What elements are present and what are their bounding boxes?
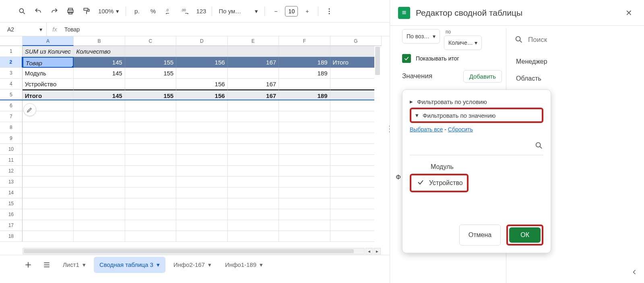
cell[interactable] bbox=[330, 166, 382, 177]
selection-handle[interactable] bbox=[71, 65, 74, 68]
search-icon[interactable] bbox=[535, 141, 543, 151]
cell[interactable] bbox=[176, 231, 227, 242]
cell[interactable]: 145 bbox=[74, 68, 125, 79]
cell[interactable] bbox=[74, 133, 125, 144]
cell[interactable] bbox=[228, 198, 279, 209]
cancel-button[interactable]: Отмена bbox=[459, 225, 501, 246]
undo-icon[interactable] bbox=[31, 4, 45, 19]
cell[interactable] bbox=[74, 177, 125, 187]
cell[interactable]: Количество bbox=[74, 46, 125, 57]
cell[interactable] bbox=[74, 122, 125, 133]
sheet-tab[interactable]: Сводная таблица 3▾ bbox=[94, 257, 165, 273]
cell[interactable] bbox=[125, 198, 176, 209]
cell[interactable] bbox=[176, 111, 227, 122]
cell[interactable] bbox=[330, 79, 382, 89]
reset-link[interactable]: Сбросить bbox=[448, 126, 473, 133]
row-header[interactable]: 18 bbox=[0, 231, 23, 242]
cell[interactable] bbox=[228, 155, 279, 166]
cell[interactable] bbox=[228, 46, 279, 57]
add-sheet-button[interactable] bbox=[20, 257, 36, 273]
cell[interactable] bbox=[23, 231, 74, 242]
cell[interactable] bbox=[74, 231, 125, 242]
row-header[interactable]: 15 bbox=[0, 198, 23, 209]
row-header[interactable]: 10 bbox=[0, 144, 23, 155]
paint-format-icon[interactable] bbox=[80, 4, 93, 19]
cell[interactable] bbox=[228, 220, 279, 231]
row-header[interactable]: 11 bbox=[0, 155, 23, 166]
filter-by-value-row[interactable]: ▾ Фильтровать по значению bbox=[410, 108, 543, 123]
cell[interactable] bbox=[176, 144, 227, 155]
horizontal-scrollbar-track[interactable] bbox=[23, 248, 365, 254]
cell[interactable]: Итого bbox=[330, 57, 382, 68]
decrease-decimal-icon[interactable]: .0 bbox=[162, 4, 176, 19]
cell[interactable] bbox=[330, 231, 382, 242]
cell[interactable] bbox=[330, 144, 382, 155]
col-header[interactable]: E bbox=[228, 36, 279, 46]
cell-selected[interactable]: Товар bbox=[23, 57, 74, 68]
name-box[interactable]: A2▾ bbox=[0, 23, 47, 36]
cell[interactable] bbox=[23, 155, 74, 166]
cell[interactable] bbox=[279, 231, 330, 242]
add-values-button[interactable]: Добавить bbox=[463, 70, 502, 83]
cell[interactable] bbox=[125, 155, 176, 166]
cell[interactable] bbox=[279, 187, 330, 198]
cell[interactable] bbox=[23, 144, 74, 155]
cell[interactable] bbox=[176, 166, 227, 177]
font-family-dropdown[interactable]: По ум…▾ bbox=[216, 8, 260, 15]
all-sheets-button[interactable] bbox=[39, 257, 55, 273]
cell[interactable] bbox=[330, 100, 382, 111]
scroll-right-icon[interactable]: ► bbox=[374, 248, 381, 254]
cell[interactable]: 156 bbox=[176, 79, 227, 89]
cell[interactable] bbox=[125, 133, 176, 144]
cell[interactable] bbox=[330, 111, 382, 122]
cell[interactable] bbox=[74, 100, 125, 111]
row-header[interactable]: 5 bbox=[0, 89, 23, 100]
cell[interactable] bbox=[23, 198, 74, 209]
redo-icon[interactable] bbox=[47, 4, 61, 19]
cell[interactable] bbox=[74, 209, 125, 220]
search-icon[interactable] bbox=[514, 35, 523, 45]
cell[interactable] bbox=[176, 155, 227, 166]
cell[interactable]: Устройство bbox=[23, 79, 74, 89]
cell[interactable] bbox=[74, 144, 125, 155]
cell[interactable] bbox=[125, 187, 176, 198]
more-toolbar-icon[interactable] bbox=[322, 4, 336, 19]
sheet-tab[interactable]: Инфо1-189▾ bbox=[219, 257, 268, 273]
cell[interactable]: 155 bbox=[125, 89, 176, 100]
filter-value-item[interactable]: Модуль bbox=[410, 160, 543, 174]
cell[interactable] bbox=[125, 177, 176, 187]
cell[interactable] bbox=[279, 155, 330, 166]
cell[interactable] bbox=[228, 100, 279, 111]
cell[interactable] bbox=[279, 79, 330, 89]
zoom-dropdown[interactable]: 100%▾ bbox=[96, 8, 122, 15]
row-header[interactable]: 17 bbox=[0, 220, 23, 231]
row-header[interactable]: 1 bbox=[0, 46, 23, 57]
row-header[interactable]: 12 bbox=[0, 166, 23, 177]
cell[interactable] bbox=[176, 68, 227, 79]
horizontal-scrollbar-thumb[interactable] bbox=[24, 249, 354, 253]
ok-button[interactable]: ОК bbox=[509, 227, 541, 243]
row-header[interactable]: 13 bbox=[0, 177, 23, 187]
font-size-increase-button[interactable]: + bbox=[300, 4, 314, 19]
cell[interactable] bbox=[125, 166, 176, 177]
cell[interactable] bbox=[23, 209, 74, 220]
select-all-link[interactable]: Выбрать все bbox=[410, 126, 443, 133]
cell[interactable] bbox=[125, 46, 176, 57]
cell[interactable] bbox=[74, 111, 125, 122]
font-size-input[interactable] bbox=[285, 6, 298, 17]
cell[interactable] bbox=[330, 133, 382, 144]
cell[interactable] bbox=[23, 133, 74, 144]
cell[interactable]: 167 bbox=[228, 79, 279, 89]
available-field[interactable]: Менеджер bbox=[514, 53, 637, 70]
cell[interactable] bbox=[228, 133, 279, 144]
filter-by-condition-row[interactable]: ▸ Фильтровать по условию bbox=[410, 96, 543, 108]
font-size-decrease-button[interactable]: − bbox=[269, 4, 283, 19]
cell[interactable] bbox=[228, 144, 279, 155]
cell[interactable] bbox=[228, 166, 279, 177]
col-header[interactable]: B bbox=[74, 36, 125, 46]
cell[interactable]: 145 bbox=[74, 89, 125, 100]
col-header[interactable]: F bbox=[279, 36, 330, 46]
cell[interactable] bbox=[228, 231, 279, 242]
cell[interactable] bbox=[74, 220, 125, 231]
cell[interactable] bbox=[74, 155, 125, 166]
